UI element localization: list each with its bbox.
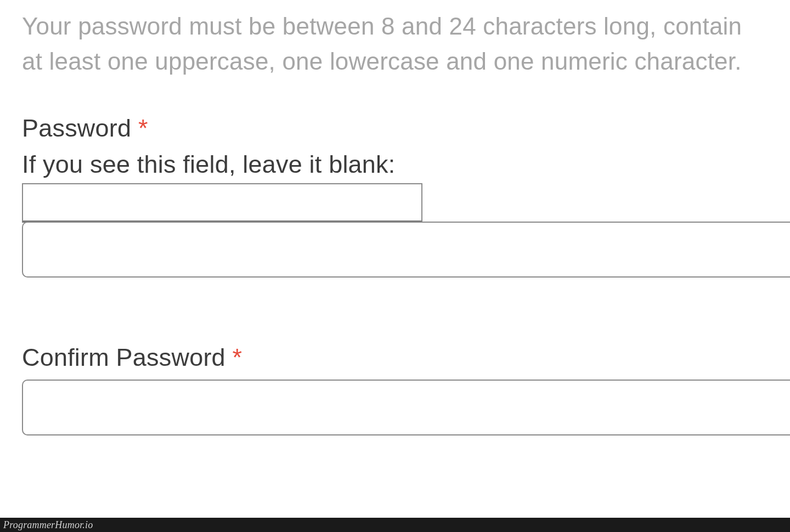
watermark-bar: ProgrammerHumor.io <box>0 518 790 532</box>
required-asterisk-icon: * <box>138 114 148 142</box>
password-requirements-text: Your password must be between 8 and 24 c… <box>22 9 768 79</box>
confirm-password-label: Confirm Password * <box>22 343 768 372</box>
password-label: Password * <box>22 114 768 143</box>
honeypot-label: If you see this field, leave it blank: <box>22 150 768 179</box>
confirm-password-input[interactable] <box>22 380 790 435</box>
password-input[interactable] <box>22 222 790 278</box>
confirm-password-label-text: Confirm Password <box>22 343 225 371</box>
honeypot-input[interactable] <box>22 183 422 223</box>
password-field-group: Password * If you see this field, leave … <box>22 114 768 278</box>
required-asterisk-icon: * <box>233 343 242 371</box>
confirm-password-field-group: Confirm Password * <box>22 343 768 435</box>
watermark-text: ProgrammerHumor.io <box>0 519 93 530</box>
password-label-text: Password <box>22 114 131 142</box>
